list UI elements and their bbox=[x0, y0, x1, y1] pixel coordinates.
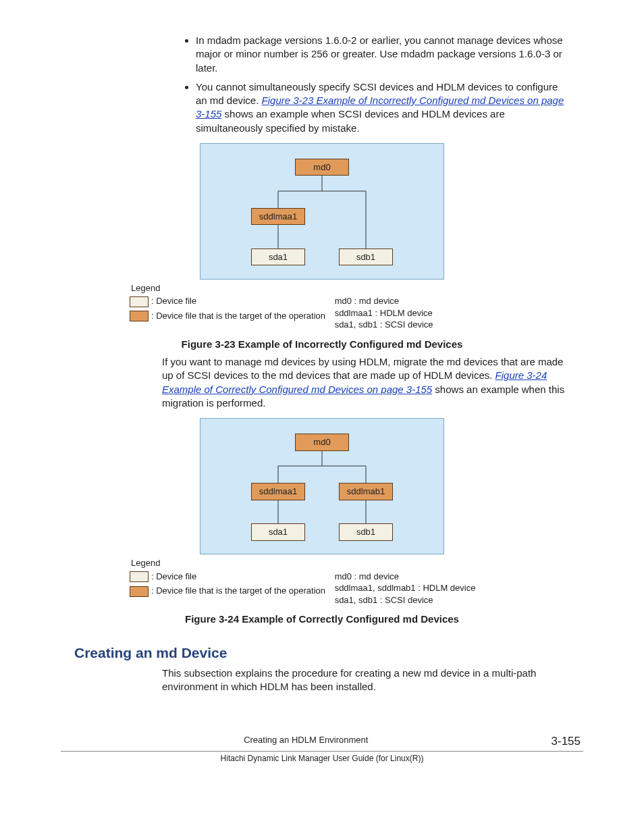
diagram-3-24: md0 sddlmaa1 sddlmab1 sda1 sdb1 bbox=[200, 418, 444, 554]
legend-23: Legend : Device file : Device file that … bbox=[130, 282, 514, 331]
swatch-target-icon bbox=[130, 311, 149, 321]
swatch-target-icon bbox=[130, 586, 149, 597]
legend-24: Legend : Device file : Device file that … bbox=[130, 557, 514, 606]
legend-r2: sddlmaa1 : HDLM device bbox=[335, 307, 433, 319]
node-sddlmab1: sddlmab1 bbox=[339, 483, 393, 500]
figure-3-24: md0 sddlmaa1 sddlmab1 sda1 sdb1 Legend :… bbox=[61, 418, 583, 606]
caption-3-24: Figure 3-24 Example of Correctly Configu… bbox=[61, 613, 583, 626]
legend-r3: sda1, sdb1 : SCSI device bbox=[335, 594, 476, 606]
node-sda1: sda1 bbox=[251, 523, 305, 541]
caption-3-23: Figure 3-23 Example of Incorrectly Confi… bbox=[61, 338, 583, 351]
node-sddlmaa1: sddlmaa1 bbox=[251, 208, 305, 226]
page-footer: Creating an HDLM Environment 3-155 Hitac… bbox=[61, 734, 583, 764]
footer-page-number: 3-155 bbox=[552, 734, 583, 750]
node-md0: md0 bbox=[295, 159, 349, 176]
section-para: This subsection explains the procedure f… bbox=[162, 667, 566, 694]
legend-r3: sda1, sdb1 : SCSI device bbox=[335, 319, 433, 331]
legend-r2: sddlmaa1, sddlmab1 : HDLM device bbox=[335, 582, 476, 594]
para-migrate: If you want to manage md devices by usin… bbox=[162, 355, 566, 410]
legend-title: Legend bbox=[131, 282, 514, 294]
legend-target: : Device file that is the target of the … bbox=[151, 585, 325, 596]
footer-book: Hitachi Dynamic Link Manager User Guide … bbox=[61, 752, 583, 764]
legend-r1: md0 : md device bbox=[335, 571, 476, 583]
legend-r1: md0 : md device bbox=[335, 295, 433, 307]
legend-plain: : Device file bbox=[151, 296, 196, 306]
bullet-list: In mdadm package versions 1.6.0-2 or ear… bbox=[61, 34, 583, 135]
bullet-1: In mdadm package versions 1.6.0-2 or ear… bbox=[196, 34, 583, 75]
swatch-plain-icon bbox=[130, 296, 149, 307]
node-sdb1: sdb1 bbox=[339, 523, 393, 541]
figure-3-23: md0 sddlmaa1 sda1 sdb1 Legend : Device f… bbox=[61, 143, 583, 331]
diagram-3-23: md0 sddlmaa1 sda1 sdb1 bbox=[200, 143, 444, 280]
legend-plain: : Device file bbox=[151, 571, 196, 581]
node-sdb1: sdb1 bbox=[339, 249, 393, 266]
bullet-2-post: shows an example when SCSI devices and H… bbox=[196, 108, 505, 133]
section-heading: Creating an md Device bbox=[74, 644, 583, 662]
node-sda1: sda1 bbox=[251, 249, 305, 266]
bullet-2: You cannot simultaneously specify SCSI d… bbox=[196, 80, 583, 135]
node-md0: md0 bbox=[295, 434, 349, 451]
node-sddlmaa1: sddlmaa1 bbox=[251, 483, 305, 500]
swatch-plain-icon bbox=[130, 571, 149, 582]
footer-chapter: Creating an HDLM Environment bbox=[61, 734, 552, 750]
legend-title: Legend bbox=[131, 557, 514, 569]
legend-target: : Device file that is the target of the … bbox=[151, 311, 325, 321]
